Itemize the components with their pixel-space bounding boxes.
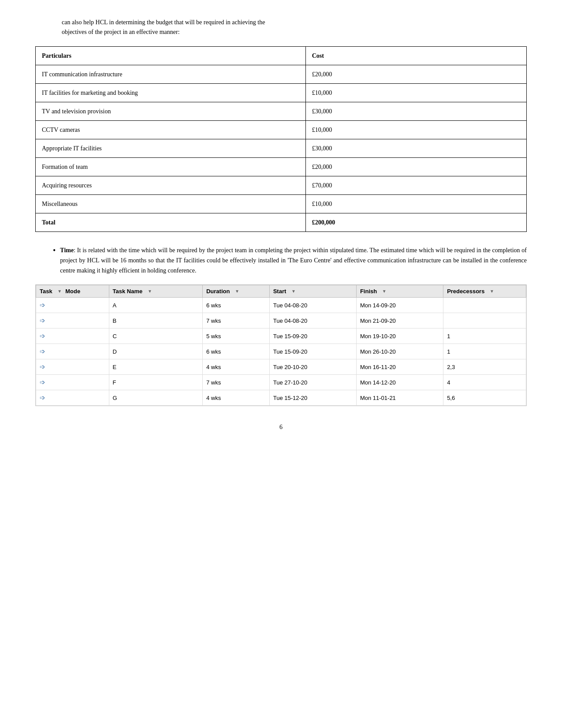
th-predecessors[interactable]: Predecessors ▼ (443, 285, 526, 298)
cost-table-cell: Formation of team (36, 157, 306, 176)
bullet-dot: • (53, 246, 56, 254)
task-task_name-cell: F (109, 375, 202, 390)
task-predecessors-cell: 2,3 (443, 359, 526, 375)
task-table-row: ➩A6 wksTue 04-08-20Mon 14-09-20 (36, 298, 526, 313)
task-mode-cell: ➩ (36, 390, 109, 406)
task-mode-cell: ➩ (36, 298, 109, 313)
duration-arrow[interactable]: ▼ (235, 289, 239, 294)
task-task_name-cell: E (109, 359, 202, 375)
task-mode-icon: ➩ (40, 378, 45, 386)
task-mode-cell: ➩ (36, 359, 109, 375)
cost-table-cell: £70,000 (305, 176, 526, 194)
task-table-row: ➩G4 wksTue 15-12-20Mon 11-01-215,6 (36, 390, 526, 406)
cost-table-cell: CCTV cameras (36, 120, 306, 139)
page-number: 6 (35, 424, 527, 431)
th-duration[interactable]: Duration ▼ (202, 285, 269, 298)
cost-table-cell: £30,000 (305, 102, 526, 120)
task-predecessors-cell (443, 298, 526, 313)
start-arrow[interactable]: ▼ (291, 289, 296, 294)
cost-table-cell: £30,000 (305, 139, 526, 157)
task-duration-cell: 5 wks (202, 329, 269, 344)
task-table-row: ➩B7 wksTue 04-08-20Mon 21-09-20 (36, 313, 526, 329)
cost-table-cell: Acquiring resources (36, 176, 306, 194)
cost-table-header-particulars: Particulars (36, 46, 306, 65)
bullet-body: : It is related with the time which will… (60, 247, 527, 274)
cost-table-cell: Appropriate IT facilities (36, 139, 306, 157)
task-predecessors-cell: 5,6 (443, 390, 526, 406)
cost-table-cell: £10,000 (305, 120, 526, 139)
bullet-section: • Time: It is related with the time whic… (35, 245, 527, 276)
task-finish-cell: Mon 19-10-20 (356, 329, 443, 344)
cost-table: Particulars Cost IT communication infras… (35, 46, 527, 232)
th-finish[interactable]: Finish ▼ (356, 285, 443, 298)
task-finish-cell: Mon 21-09-20 (356, 313, 443, 329)
task-predecessors-cell: 1 (443, 329, 526, 344)
task-mode-icon: ➩ (40, 347, 45, 355)
cost-table-cell: £20,000 (305, 65, 526, 83)
task-start-cell: Tue 20-10-20 (269, 359, 356, 375)
task-task_name-cell: D (109, 344, 202, 359)
finish-arrow[interactable]: ▼ (382, 289, 387, 294)
intro-paragraph: can also help HCL in determining the bud… (35, 18, 527, 37)
cost-table-cell: £10,000 (305, 194, 526, 213)
task-predecessors-cell: 1 (443, 344, 526, 359)
task-table-row: ➩F7 wksTue 27-10-20Mon 14-12-204 (36, 375, 526, 390)
cost-table-cell: £10,000 (305, 83, 526, 102)
bullet-text: Time: It is related with the time which … (60, 245, 527, 276)
task-name-arrow[interactable]: ▼ (148, 289, 152, 294)
task-mode-icon: ➩ (40, 301, 45, 309)
task-duration-cell: 7 wks (202, 375, 269, 390)
task-mode-icon: ➩ (40, 363, 45, 371)
task-start-cell: Tue 04-08-20 (269, 298, 356, 313)
task-duration-cell: 6 wks (202, 344, 269, 359)
cost-table-cell: £200,000 (305, 213, 526, 231)
task-start-cell: Tue 04-08-20 (269, 313, 356, 329)
task-predecessors-cell (443, 313, 526, 329)
task-finish-cell: Mon 26-10-20 (356, 344, 443, 359)
task-finish-cell: Mon 11-01-21 (356, 390, 443, 406)
task-mode-cell: ➩ (36, 329, 109, 344)
cost-table-header-cost: Cost (305, 46, 526, 65)
task-task_name-cell: B (109, 313, 202, 329)
cost-table-cell: TV and television provision (36, 102, 306, 120)
task-mode-cell: ➩ (36, 313, 109, 329)
task-table-row: ➩E4 wksTue 20-10-20Mon 16-11-202,3 (36, 359, 526, 375)
task-mode-icon: ➩ (40, 317, 45, 325)
task-mode-arrow[interactable]: ▼ (57, 289, 62, 294)
task-table: Task ▼ Mode Task Name ▼ Duration ▼ (36, 285, 526, 406)
task-duration-cell: 4 wks (202, 390, 269, 406)
task-mode-cell: ➩ (36, 344, 109, 359)
task-predecessors-cell: 4 (443, 375, 526, 390)
task-mode-icon: ➩ (40, 394, 45, 402)
cost-table-cell: £20,000 (305, 157, 526, 176)
th-start[interactable]: Start ▼ (269, 285, 356, 298)
task-finish-cell: Mon 14-12-20 (356, 375, 443, 390)
predecessors-arrow[interactable]: ▼ (490, 289, 494, 294)
task-duration-cell: 4 wks (202, 359, 269, 375)
task-start-cell: Tue 15-09-20 (269, 329, 356, 344)
task-finish-cell: Mon 16-11-20 (356, 359, 443, 375)
task-finish-cell: Mon 14-09-20 (356, 298, 443, 313)
bullet-label: Time (60, 247, 74, 254)
cost-table-cell: IT facilities for marketing and booking (36, 83, 306, 102)
task-task_name-cell: A (109, 298, 202, 313)
task-start-cell: Tue 15-09-20 (269, 344, 356, 359)
th-task-name[interactable]: Task Name ▼ (109, 285, 202, 298)
th-task-mode[interactable]: Task ▼ Mode (36, 285, 109, 298)
task-table-row: ➩C5 wksTue 15-09-20Mon 19-10-201 (36, 329, 526, 344)
task-duration-cell: 7 wks (202, 313, 269, 329)
cost-table-cell: IT communication infrastructure (36, 65, 306, 83)
task-table-wrapper: Task ▼ Mode Task Name ▼ Duration ▼ (35, 284, 527, 406)
bullet-item-time: • Time: It is related with the time whic… (53, 245, 527, 276)
task-mode-icon: ➩ (40, 332, 45, 340)
task-start-cell: Tue 27-10-20 (269, 375, 356, 390)
task-table-row: ➩D6 wksTue 15-09-20Mon 26-10-201 (36, 344, 526, 359)
cost-table-cell: Total (36, 213, 306, 231)
task-task_name-cell: G (109, 390, 202, 406)
task-mode-cell: ➩ (36, 375, 109, 390)
task-start-cell: Tue 15-12-20 (269, 390, 356, 406)
cost-table-cell: Miscellaneous (36, 194, 306, 213)
task-task_name-cell: C (109, 329, 202, 344)
task-duration-cell: 6 wks (202, 298, 269, 313)
